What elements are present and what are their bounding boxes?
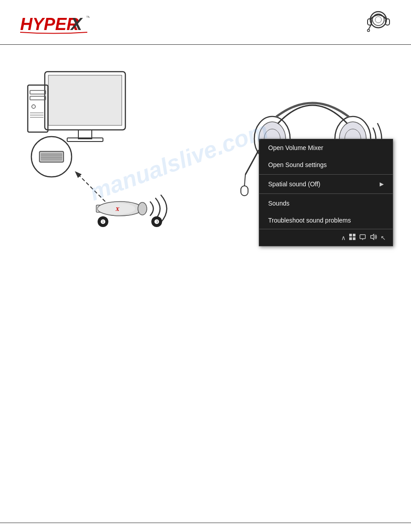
svg-text:X: X bbox=[70, 15, 83, 34]
svg-text:HYPER: HYPER bbox=[20, 15, 79, 34]
svg-point-9 bbox=[375, 17, 381, 23]
svg-rect-15 bbox=[30, 90, 46, 94]
hyperx-logo: HYPER X ™ bbox=[18, 11, 90, 36]
menu-item-label: Troubleshoot sound problems bbox=[268, 217, 351, 224]
svg-rect-47 bbox=[241, 186, 248, 196]
svg-rect-57 bbox=[353, 234, 355, 236]
menu-divider-2 bbox=[259, 193, 393, 194]
menu-item-label: Open Volume Mixer bbox=[268, 144, 323, 151]
svg-text:❶: ❶ bbox=[100, 219, 106, 225]
menu-divider-1 bbox=[259, 174, 393, 175]
taskbar-chevron-icon: ∧ bbox=[341, 234, 346, 241]
menu-item-open-sound-settings[interactable]: Open Sound settings bbox=[259, 156, 393, 173]
svg-rect-16 bbox=[30, 96, 46, 100]
menu-item-spatial-sound[interactable]: Spatial sound (Off) ▶ bbox=[259, 176, 393, 193]
hyperx-logo-svg: HYPER X ™ bbox=[18, 11, 90, 36]
page-header: HYPER X ™ bbox=[0, 0, 411, 45]
context-menu: Open Volume Mixer Open Sound settings Sp… bbox=[259, 139, 393, 246]
footer-line bbox=[0, 523, 411, 523]
svg-point-8 bbox=[368, 30, 370, 32]
svg-marker-62 bbox=[371, 234, 374, 240]
svg-rect-58 bbox=[349, 237, 352, 240]
main-content: X ❶ ❸ bbox=[0, 45, 411, 273]
svg-point-34 bbox=[138, 202, 147, 215]
submenu-arrow-icon: ▶ bbox=[380, 181, 384, 187]
svg-rect-60 bbox=[360, 235, 365, 239]
taskbar-volume-icon bbox=[370, 234, 377, 241]
menu-item-open-volume-mixer[interactable]: Open Volume Mixer bbox=[259, 139, 393, 156]
taskbar-cursor-icon: ↖ bbox=[381, 234, 386, 241]
svg-rect-59 bbox=[353, 237, 355, 240]
svg-line-45 bbox=[245, 150, 259, 175]
svg-line-46 bbox=[244, 175, 245, 186]
headset-icon-header bbox=[364, 8, 393, 39]
taskbar-network-icon bbox=[359, 234, 366, 241]
left-diagram: X ❶ ❸ bbox=[18, 58, 188, 246]
svg-rect-56 bbox=[349, 234, 352, 236]
svg-text:❸: ❸ bbox=[154, 219, 159, 225]
menu-item-label: Open Sound settings bbox=[268, 161, 327, 168]
svg-rect-11 bbox=[48, 75, 122, 125]
svg-text:X: X bbox=[115, 206, 120, 212]
menu-item-label: Sounds bbox=[268, 200, 289, 207]
menu-item-sounds[interactable]: Sounds bbox=[259, 195, 393, 212]
menu-item-label: Spatial sound (Off) bbox=[268, 180, 320, 188]
svg-line-27 bbox=[76, 172, 105, 202]
pc-usb-diagram: X ❶ ❸ bbox=[18, 58, 184, 246]
svg-rect-23 bbox=[41, 153, 62, 161]
svg-point-17 bbox=[32, 105, 35, 108]
taskbar-windows-icon bbox=[349, 234, 355, 241]
menu-item-troubleshoot[interactable]: Troubleshoot sound problems bbox=[259, 212, 393, 229]
taskbar-strip: ∧ bbox=[259, 229, 393, 246]
context-menu-area: Open Volume Mixer Open Sound settings Sp… bbox=[259, 139, 393, 246]
svg-text:™: ™ bbox=[86, 15, 90, 20]
